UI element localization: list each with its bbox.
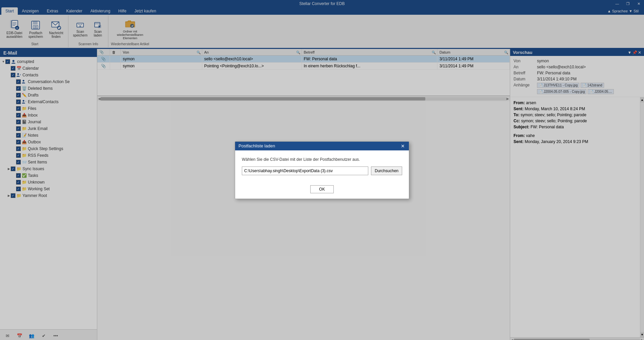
dialog-close-button[interactable]: ✕ (400, 143, 406, 149)
dialog-title: Postfachliste laden (238, 143, 275, 148)
dialog-ok-button[interactable]: OK (310, 185, 334, 193)
dialog-file-input[interactable] (242, 166, 368, 175)
dialog-browse-button[interactable]: Durchsuchen (371, 166, 402, 175)
dialog-overlay: Postfachliste laden ✕ Wählen Sie die CSV… (0, 0, 644, 340)
dialog-body: Wählen Sie die CSV-Datei mit der Liste d… (235, 150, 409, 182)
dialog-input-row: Durchsuchen (242, 166, 402, 175)
dialog-postfachliste: Postfachliste laden ✕ Wählen Sie die CSV… (235, 141, 409, 199)
dialog-titlebar: Postfachliste laden ✕ (235, 142, 409, 150)
dialog-footer: OK (235, 182, 409, 199)
dialog-instruction: Wählen Sie die CSV-Datei mit der Liste d… (242, 157, 402, 162)
